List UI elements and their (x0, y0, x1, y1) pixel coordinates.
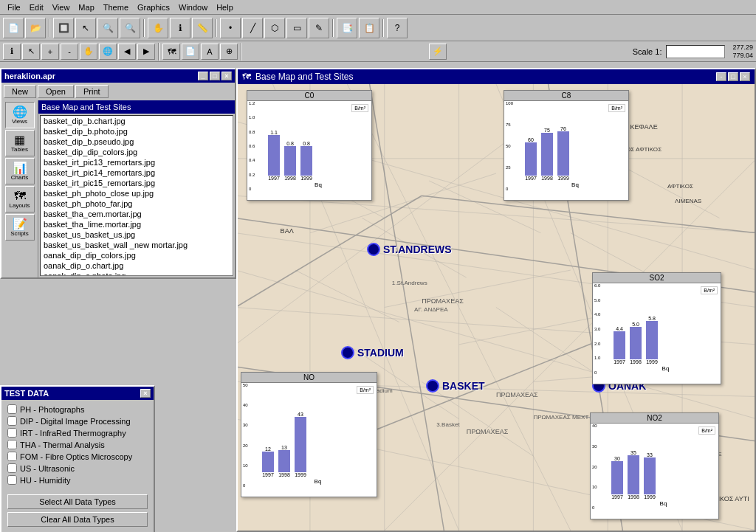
menu-edit[interactable]: Edit (25, 1, 48, 13)
checkbox-item-ph: PH - Photographs (7, 404, 148, 414)
file-list-container: Base Map and Test Sites basket_dip_b.cha… (38, 100, 235, 277)
open-file-btn[interactable]: Open (38, 85, 74, 98)
file-list-item[interactable]: basket_dip_b.photo.jpg (41, 126, 233, 137)
basemap-title-text: Base Map and Test Sites (255, 72, 354, 82)
checkbox-tha[interactable] (7, 440, 17, 449)
help-btn[interactable]: ? (387, 18, 408, 38)
c8-year-2: 1998 (541, 176, 553, 181)
basemap-maximize[interactable]: □ (728, 72, 738, 81)
file-list-item[interactable]: basket_tha_cem.mortar.jpg (41, 209, 233, 219)
clear-all-btn[interactable]: Clear All Data Types (7, 512, 148, 527)
cursor-btn[interactable]: ⊕ (220, 44, 238, 60)
draw-pt-btn[interactable]: • (220, 18, 241, 38)
st-andrews-marker[interactable]: ST.ANDREWS (367, 243, 452, 256)
no2-bar-group-2: 35 1998 (628, 450, 639, 500)
draw-rect-btn[interactable]: ▭ (286, 18, 307, 38)
lightning-btn[interactable]: ⚡ (429, 44, 447, 60)
layer-btn[interactable]: 📑 (337, 18, 357, 38)
file-list-item[interactable]: oanak_dip_dip_colors.jpg (41, 250, 233, 260)
zoom-in-btn[interactable]: 🔍 (97, 18, 118, 38)
file-list-item[interactable]: basket_irt_pic15_remortars.jpg (41, 178, 233, 188)
info-btn[interactable]: ℹ (170, 18, 190, 38)
new-btn[interactable]: 📄 (3, 18, 24, 38)
checkbox-us[interactable] (7, 463, 17, 473)
file-list-item[interactable]: basket_dip_dip_colors.jpg (41, 147, 233, 157)
new-file-btn[interactable]: New (4, 85, 36, 98)
sidebar-item-charts[interactable]: 📊 Charts (5, 158, 35, 184)
globe-btn[interactable]: 🌐 (99, 44, 117, 60)
file-list-item[interactable]: basket_ph_photo_far.jpg (41, 198, 233, 209)
file-list-item[interactable]: basket_us_basket_wall _new mortar.jpg (41, 240, 233, 250)
text-btn[interactable]: A (201, 44, 219, 60)
checkbox-dip[interactable] (7, 416, 17, 426)
back-btn[interactable]: ◀ (118, 44, 136, 60)
checkbox-irt[interactable] (7, 428, 17, 438)
zoom-out-btn[interactable]: 🔍 (120, 18, 140, 38)
basket-marker[interactable]: BASKET (426, 379, 485, 393)
pan2-btn[interactable]: ✋ (80, 44, 97, 60)
file-list-item[interactable]: basket_dip_b.pseudo.jpg (41, 137, 233, 147)
file-list-item[interactable]: oanak_dip_o.chart.jpg (41, 260, 233, 271)
so2-bar-group-3: 5.8 1999 (646, 316, 658, 365)
file-list-item[interactable]: basket_us_basket_us.jpg (41, 229, 233, 240)
file-list-item[interactable]: basket_irt_pic14_remortars.jpg (41, 167, 233, 178)
arrow-btn[interactable]: ↖ (22, 44, 40, 60)
menu-view[interactable]: View (48, 1, 75, 13)
menu-map[interactable]: Map (74, 1, 98, 13)
sidebar-item-scripts[interactable]: 📝 Scripts (5, 214, 35, 241)
fwd-btn[interactable]: ▶ (137, 44, 155, 60)
sidebar-item-layouts[interactable]: 🗺 Layouts (5, 186, 35, 213)
c8-bar-group-2: 75 1998 (541, 128, 553, 181)
edit-btn[interactable]: ✎ (309, 18, 329, 38)
svg-line-26 (496, 308, 608, 382)
menu-theme[interactable]: Theme (99, 1, 133, 13)
heraklion-close[interactable]: × (221, 72, 232, 80)
heraklion-toolbar: New Open Print (1, 83, 235, 100)
select-btn[interactable]: ↖ (75, 18, 96, 38)
checkbox-fom[interactable] (7, 452, 17, 461)
c0-bar-group-3: 0.8 1999 (300, 141, 312, 181)
zoomout2-btn[interactable]: - (61, 44, 78, 60)
pan-btn[interactable]: ✋ (148, 18, 168, 38)
zoom-full-btn[interactable]: 🔲 (53, 18, 74, 38)
file-list-item[interactable]: oanak_dip_o.photo.jpg (41, 271, 233, 276)
open-btn[interactable]: 📂 (25, 18, 46, 38)
sidebar-item-tables[interactable]: ▦ Tables (5, 130, 35, 156)
c0-bar-group-1: 1.1 1997 (268, 130, 280, 181)
file-list-item[interactable]: basket_tha_lime.mortar.jpg (41, 219, 233, 229)
menu-file[interactable]: File (3, 1, 25, 13)
file-list-item[interactable]: basket_dip_b.chart.jpg (41, 116, 233, 126)
select-all-btn[interactable]: Select All Data Types (7, 494, 148, 509)
checkbox-ph[interactable] (7, 404, 17, 414)
scale-input[interactable] (666, 45, 725, 58)
menu-graphics[interactable]: Graphics (133, 1, 174, 13)
draw-poly-btn[interactable]: ⬡ (264, 18, 285, 38)
checkbox-hu[interactable] (7, 475, 17, 485)
basemap-minimize[interactable]: - (716, 72, 726, 81)
test-data-close[interactable]: × (140, 389, 151, 398)
table-btn[interactable]: 📋 (359, 18, 379, 38)
no-val-1: 12 (265, 446, 271, 452)
chart-no-title: NO (241, 373, 377, 383)
heraklion-minimize[interactable]: _ (198, 72, 208, 80)
charts-icon: 📊 (13, 162, 27, 174)
measure-btn[interactable]: 📏 (192, 18, 213, 38)
stadium-marker[interactable]: STADIUM (341, 346, 404, 359)
heraklion-maximize[interactable]: □ (210, 72, 220, 80)
svg-text:ΠΡΩΜΑΧΕΑΣ: ΠΡΩΜΑΧΕΑΣ (467, 428, 509, 435)
sidebar-item-views[interactable]: 🌐 Views (5, 102, 35, 128)
file-list[interactable]: basket_dip_b.chart.jpgbasket_dip_b.photo… (40, 115, 233, 276)
draw-line-btn[interactable]: ╱ (242, 18, 263, 38)
checkbox-item-irt: IRT - InfraRed Thermography (7, 428, 148, 438)
info2-btn[interactable]: ℹ (3, 44, 21, 60)
no-year-1: 1997 (262, 472, 274, 477)
file-list-item[interactable]: basket_irt_pic13_remortars.jpg (41, 157, 233, 167)
menu-window[interactable]: Window (174, 1, 212, 13)
map-nav-btn[interactable]: 🗺 (162, 44, 180, 60)
file-list-item[interactable]: basket_ph_photo_close up.jpg (41, 188, 233, 198)
menu-help[interactable]: Help (212, 1, 238, 13)
layer2-btn[interactable]: 📄 (182, 44, 199, 60)
zoom2-btn[interactable]: + (41, 44, 59, 60)
print-btn[interactable]: Print (75, 85, 109, 98)
basemap-close[interactable]: × (740, 72, 750, 81)
